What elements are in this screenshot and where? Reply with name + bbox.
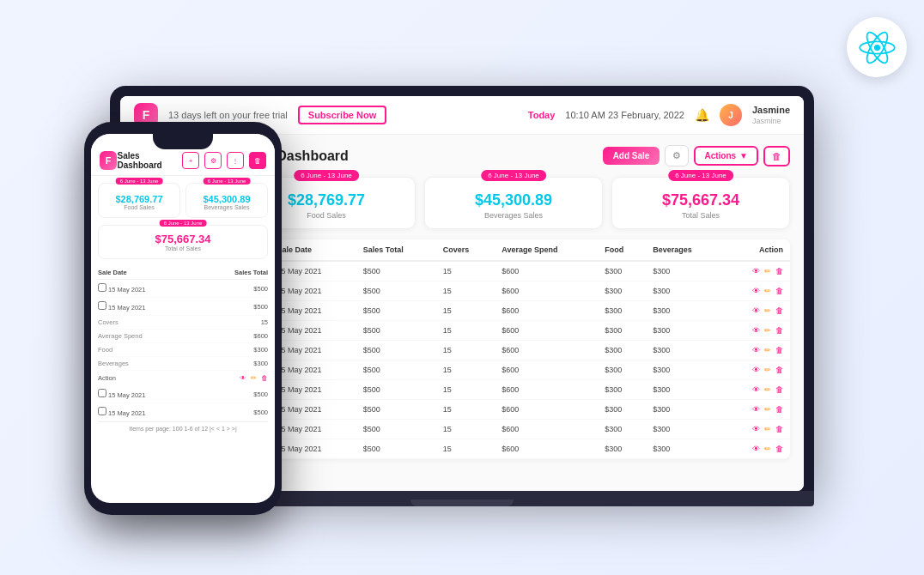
subscribe-button[interactable]: Subscribe Now bbox=[298, 106, 386, 124]
phone-edit-icon[interactable]: ✏ bbox=[251, 374, 257, 382]
phone-view-icon[interactable]: 👁 bbox=[240, 374, 246, 382]
row-food-2: $300 bbox=[598, 301, 646, 321]
phone-delete-button[interactable]: 🗑 bbox=[249, 152, 266, 169]
phone-detail-avg: Average Spend $600 bbox=[98, 330, 268, 343]
row-avg-8: $600 bbox=[495, 420, 598, 439]
phone-table-header: Sale Date Sales Total bbox=[98, 266, 268, 280]
phone-action-label: Action bbox=[98, 374, 116, 382]
edit-icon-6[interactable]: ✏ bbox=[764, 385, 771, 394]
del-icon-7[interactable]: 🗑 bbox=[775, 405, 783, 414]
row-bev-3: $300 bbox=[646, 321, 724, 341]
bev-sales-value: $45,300.89 bbox=[434, 191, 593, 209]
edit-icon-3[interactable]: ✏ bbox=[764, 326, 771, 335]
row-date-9: 15 May 2021 bbox=[270, 439, 356, 459]
row-avg-9: $600 bbox=[495, 439, 598, 459]
del-icon-4[interactable]: 🗑 bbox=[775, 346, 783, 354]
total-date-badge: 6 June - 13 June bbox=[668, 170, 733, 181]
phone-detail-food: Food $300 bbox=[98, 343, 268, 357]
react-icon bbox=[847, 17, 907, 77]
user-name: Jasmine bbox=[752, 105, 790, 116]
phone-add-button[interactable]: + bbox=[182, 152, 199, 169]
del-icon-6[interactable]: 🗑 bbox=[775, 385, 783, 394]
row-avg-5: $600 bbox=[495, 360, 598, 380]
row-actions-6: 👁 ✏ 🗑 bbox=[731, 385, 783, 394]
edit-icon-4[interactable]: ✏ bbox=[764, 346, 771, 354]
view-icon-0[interactable]: 👁 bbox=[752, 267, 760, 275]
row-total-7: $500 bbox=[356, 400, 436, 420]
row-avg-0: $600 bbox=[495, 261, 598, 281]
avatar: J bbox=[720, 104, 742, 126]
row-bev-5: $300 bbox=[646, 360, 724, 380]
stats-row: 6 June - 13 June $28,769.77 Food Sales 6… bbox=[237, 177, 790, 229]
table-row: 15 May 2021 $500 15 $600 $300 $300 👁 ✏ 🗑 bbox=[237, 420, 790, 439]
view-icon-8[interactable]: 👁 bbox=[752, 425, 760, 433]
add-sale-button[interactable]: Add Sale bbox=[603, 147, 660, 165]
edit-icon-9[interactable]: ✏ bbox=[764, 445, 771, 453]
phone-col-date: Sale Date bbox=[98, 269, 127, 276]
edit-icon-0[interactable]: ✏ bbox=[764, 267, 771, 275]
del-icon-1[interactable]: 🗑 bbox=[775, 287, 783, 295]
phone-avg-label: Average Spend bbox=[98, 332, 143, 340]
chevron-down-icon: ▼ bbox=[739, 151, 748, 160]
row-total-6: $500 bbox=[356, 380, 436, 400]
phone-row2-cb[interactable] bbox=[98, 301, 106, 310]
del-icon-8[interactable]: 🗑 bbox=[775, 425, 783, 433]
delete-button[interactable]: 🗑 bbox=[763, 146, 790, 166]
view-icon-7[interactable]: 👁 bbox=[752, 405, 760, 414]
del-icon-3[interactable]: 🗑 bbox=[775, 326, 783, 335]
row-date-7: 15 May 2021 bbox=[270, 400, 356, 420]
phone-bev-value: $45,300.89 bbox=[193, 194, 260, 204]
edit-icon-7[interactable]: ✏ bbox=[764, 405, 771, 414]
row-covers-3: 15 bbox=[436, 321, 495, 341]
bev-sales-label: Beverages Sales bbox=[434, 211, 593, 220]
edit-icon-1[interactable]: ✏ bbox=[764, 287, 771, 295]
row-bev-9: $300 bbox=[646, 439, 724, 459]
phone-table-row-1: 15 May 2021 $500 bbox=[98, 280, 268, 298]
view-icon-9[interactable]: 👁 bbox=[752, 445, 760, 453]
row-covers-5: 15 bbox=[436, 360, 495, 380]
view-icon-6[interactable]: 👁 bbox=[752, 385, 760, 394]
table-row: 15 May 2021 $500 15 $600 $300 $300 👁 ✏ 🗑 bbox=[237, 261, 790, 281]
del-icon-2[interactable]: 🗑 bbox=[775, 306, 783, 315]
filter-button[interactable]: ⚙ bbox=[665, 145, 689, 166]
row-actions-0: 👁 ✏ 🗑 bbox=[731, 267, 783, 275]
row-total-8: $500 bbox=[356, 420, 436, 439]
row-covers-8: 15 bbox=[436, 420, 495, 439]
view-icon-4[interactable]: 👁 bbox=[752, 346, 760, 354]
phone-stat-bev: 6 June - 13 June $45,300.89 Beverages Sa… bbox=[185, 183, 268, 218]
phone-covers-label: Covers bbox=[98, 318, 119, 326]
laptop-container: F 13 days left on your free trial Subscr… bbox=[110, 86, 814, 506]
view-icon-5[interactable]: 👁 bbox=[752, 366, 760, 374]
del-icon-9[interactable]: 🗑 bbox=[775, 445, 783, 453]
phone-more-button[interactable]: ⋮ bbox=[227, 152, 244, 169]
actions-button[interactable]: Actions ▼ bbox=[694, 146, 758, 166]
view-icon-3[interactable]: 👁 bbox=[752, 326, 760, 335]
phone-notch bbox=[153, 134, 213, 149]
edit-icon-5[interactable]: ✏ bbox=[764, 366, 771, 374]
view-icon-1[interactable]: 👁 bbox=[752, 287, 760, 295]
svg-point-0 bbox=[873, 44, 879, 50]
view-icon-2[interactable]: 👁 bbox=[752, 306, 760, 315]
bell-icon[interactable]: 🔔 bbox=[695, 108, 709, 122]
del-icon-0[interactable]: 🗑 bbox=[775, 267, 783, 275]
row-total-0: $500 bbox=[356, 261, 436, 281]
phone-filter-button[interactable]: ⚙ bbox=[204, 152, 222, 169]
phone-del-icon[interactable]: 🗑 bbox=[261, 374, 268, 382]
edit-icon-8[interactable]: ✏ bbox=[764, 425, 771, 433]
del-icon-5[interactable]: 🗑 bbox=[775, 366, 783, 374]
row-bev-4: $300 bbox=[646, 341, 724, 360]
row-food-6: $300 bbox=[598, 380, 646, 400]
stat-card-total: 6 June - 13 June $75,667.34 Total Sales bbox=[611, 177, 790, 229]
row-total-3: $500 bbox=[356, 321, 436, 341]
row-actions-8: 👁 ✏ 🗑 bbox=[731, 425, 783, 433]
phone-row3-cb[interactable] bbox=[98, 389, 106, 397]
row-food-4: $300 bbox=[598, 341, 646, 360]
row-bev-2: $300 bbox=[646, 301, 724, 321]
phone-bev-detail-label: Beverages bbox=[98, 360, 129, 367]
phone-row4-cb[interactable] bbox=[98, 407, 106, 415]
phone-row1-cb[interactable] bbox=[98, 283, 106, 292]
phone-row4-total: $500 bbox=[253, 409, 268, 416]
edit-icon-2[interactable]: ✏ bbox=[764, 306, 771, 315]
row-actions-2: 👁 ✏ 🗑 bbox=[731, 306, 783, 315]
row-total-1: $500 bbox=[356, 281, 436, 301]
